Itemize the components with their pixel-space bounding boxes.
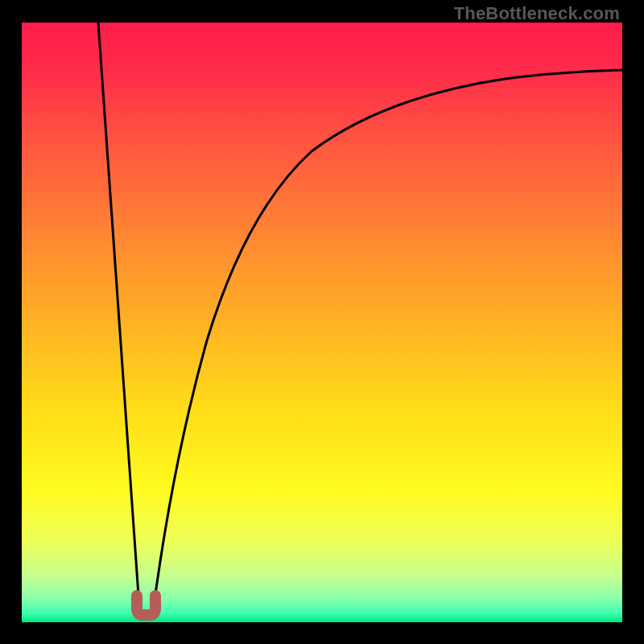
- chart-frame: TheBottleneck.com: [0, 0, 644, 644]
- plot-area: [22, 23, 622, 622]
- u-marker-icon: [137, 596, 155, 615]
- optimal-marker: [22, 23, 622, 622]
- watermark-text: TheBottleneck.com: [454, 3, 620, 24]
